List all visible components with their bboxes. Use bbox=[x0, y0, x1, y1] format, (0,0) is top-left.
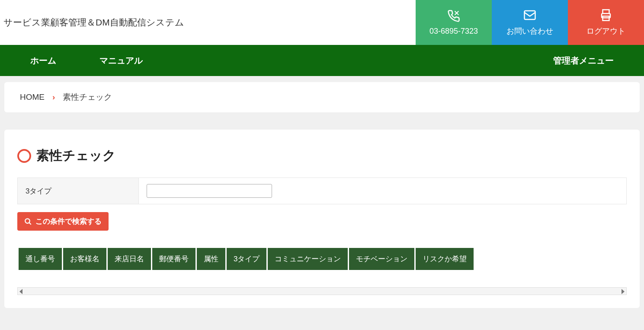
col-customer-name: お客様名 bbox=[63, 248, 106, 270]
search-icon bbox=[24, 218, 32, 225]
phone-button[interactable]: 03-6895-7323 bbox=[416, 0, 492, 45]
search-button[interactable]: この条件で検索する bbox=[17, 212, 109, 231]
phone-number: 03-6895-7323 bbox=[429, 27, 478, 36]
col-risk-hope: リスクか希望 bbox=[416, 248, 474, 270]
contact-button[interactable]: お問い合わせ bbox=[492, 0, 568, 45]
col-serial: 通し番号 bbox=[19, 248, 62, 270]
filter-row: 3タイプ bbox=[18, 178, 627, 204]
printer-icon bbox=[599, 9, 612, 22]
phone-icon bbox=[447, 10, 460, 22]
svg-line-4 bbox=[29, 222, 31, 225]
data-table-wrap: 通し番号 お客様名 来店日名 郵便番号 属性 3タイプ コミュニケーション モチ… bbox=[17, 248, 627, 270]
page-title: 素性チェック bbox=[36, 147, 116, 165]
col-attribute: 属性 bbox=[197, 248, 225, 270]
breadcrumb-current: 素性チェック bbox=[63, 92, 112, 103]
circle-icon bbox=[17, 149, 31, 163]
mail-icon bbox=[523, 9, 536, 22]
col-visit-date: 来店日名 bbox=[108, 248, 151, 270]
logout-button[interactable]: ログアウト bbox=[568, 0, 644, 45]
breadcrumb-separator-icon: › bbox=[52, 92, 55, 102]
breadcrumb-home[interactable]: HOME bbox=[20, 92, 45, 102]
filter-table: 3タイプ bbox=[17, 178, 627, 204]
col-motivation: モチベーション bbox=[349, 248, 414, 270]
col-communication: コミュニケーション bbox=[268, 248, 348, 270]
nav-admin-menu[interactable]: 管理者メニュー bbox=[532, 55, 635, 67]
contact-label: お問い合わせ bbox=[506, 26, 553, 36]
data-table: 通し番号 お客様名 来店日名 郵便番号 属性 3タイプ コミュニケーション モチ… bbox=[17, 248, 475, 270]
logout-label: ログアウト bbox=[586, 26, 625, 36]
main-nav: ホーム マニュアル 管理者メニュー bbox=[0, 45, 644, 76]
horizontal-scrollbar[interactable] bbox=[17, 287, 627, 295]
breadcrumb: HOME › 素性チェック bbox=[4, 82, 640, 112]
nav-manual[interactable]: マニュアル bbox=[78, 55, 164, 67]
app-title: サービス業顧客管理＆DM自動配信システム bbox=[0, 0, 416, 45]
table-header-row: 通し番号 お客様名 来店日名 郵便番号 属性 3タイプ コミュニケーション モチ… bbox=[19, 248, 474, 270]
svg-point-3 bbox=[25, 219, 30, 223]
search-button-label: この条件で検索する bbox=[35, 216, 102, 226]
page-title-row: 素性チェック bbox=[17, 147, 627, 165]
nav-home[interactable]: ホーム bbox=[9, 55, 78, 67]
filter-input-3type[interactable] bbox=[147, 184, 272, 198]
col-3type: 3タイプ bbox=[227, 248, 266, 270]
filter-label: 3タイプ bbox=[18, 178, 139, 204]
col-postal: 郵便番号 bbox=[152, 248, 195, 270]
main-card: 素性チェック 3タイプ この条件で検索する 通し番号 お客様名 来店日名 bbox=[4, 130, 640, 308]
svg-rect-0 bbox=[525, 11, 535, 19]
header: サービス業顧客管理＆DM自動配信システム 03-6895-7323 お問い合わせ… bbox=[0, 0, 644, 45]
